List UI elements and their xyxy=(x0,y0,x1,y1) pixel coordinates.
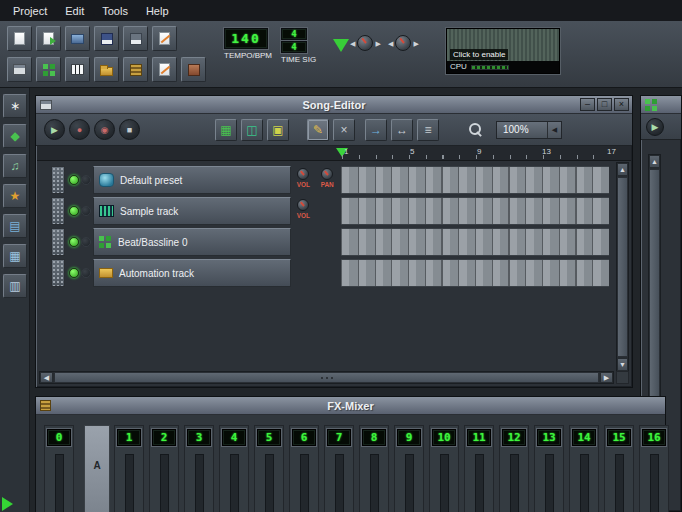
timesig-denominator-display[interactable]: 4 xyxy=(281,41,307,53)
project-properties-button[interactable] xyxy=(152,26,177,51)
scroll-up-button[interactable]: ▲ xyxy=(649,155,660,168)
fader-trough[interactable] xyxy=(195,454,204,512)
sidebar-root-button[interactable]: ▥ xyxy=(3,274,27,298)
fader-trough[interactable] xyxy=(265,454,274,512)
fx-mixer-titlebar[interactable]: FX-Mixer xyxy=(36,397,665,415)
volume-decrease-icon[interactable]: ◀ xyxy=(350,40,355,47)
zoom-combobox[interactable]: 100% ◀ xyxy=(496,121,562,139)
volume-increase-icon[interactable]: ▶ xyxy=(375,40,380,47)
zoom-dropdown-button[interactable]: ◀ xyxy=(547,122,561,138)
fx-channel[interactable]: 8 xyxy=(359,425,389,512)
toggle-fx-mixer-button[interactable] xyxy=(123,57,148,82)
toggle-automation-editor-button[interactable] xyxy=(94,57,119,82)
sidebar-instruments-button[interactable]: ∗ xyxy=(3,94,27,118)
track-name-button[interactable]: Beat/Bassline 0 xyxy=(93,228,291,256)
fader-trough[interactable] xyxy=(405,454,414,512)
output-visualizer[interactable]: Click to enable CPU xyxy=(446,28,560,74)
song-grid-row[interactable] xyxy=(341,166,609,194)
fx-channel[interactable]: 7 xyxy=(324,425,354,512)
master-volume-indicator[interactable] xyxy=(333,39,349,52)
draw-mode-button[interactable]: ✎ xyxy=(307,119,329,141)
save-project-button[interactable] xyxy=(94,26,119,51)
timesig-numerator-display[interactable]: 4 xyxy=(281,28,307,40)
track-grip[interactable] xyxy=(51,259,65,287)
fx-channel[interactable]: 10 xyxy=(429,425,459,512)
sidebar-samples-button[interactable]: ◆ xyxy=(3,124,27,148)
scroll-left-button[interactable]: ◀ xyxy=(40,372,53,383)
fx-channel[interactable]: 5 xyxy=(254,425,284,512)
song-grid-row[interactable] xyxy=(341,197,609,225)
fx-channel[interactable]: 2 xyxy=(149,425,179,512)
song-editor-titlebar[interactable]: Song-Editor – □ × xyxy=(36,96,632,114)
fader-trough[interactable] xyxy=(440,454,449,512)
timeline[interactable]: 1 5 9 13 17 xyxy=(37,146,631,161)
sidebar-computer-button[interactable]: ▦ xyxy=(3,244,27,268)
fx-channel-master[interactable]: 0 xyxy=(44,425,74,512)
track-solo-led[interactable] xyxy=(81,268,91,278)
new-project-button[interactable] xyxy=(7,26,32,51)
background-play-button[interactable]: ▶ xyxy=(646,118,664,136)
add-bb-track-button[interactable]: ▦ xyxy=(215,119,237,141)
fader-trough[interactable] xyxy=(545,454,554,512)
scroll-up-button[interactable]: ▲ xyxy=(617,163,628,176)
scroll-down-button[interactable]: ▼ xyxy=(617,358,628,371)
track-name-button[interactable]: Sample track xyxy=(93,197,291,225)
pitch-increase-icon[interactable]: ▶ xyxy=(413,40,418,47)
menu-project[interactable]: Project xyxy=(4,2,56,20)
record-while-playing-button[interactable]: ◉ xyxy=(94,119,115,140)
fader-trough[interactable] xyxy=(55,454,64,512)
track-grip[interactable] xyxy=(51,228,65,256)
track-mute-led[interactable] xyxy=(69,268,79,278)
open-project-button[interactable] xyxy=(36,26,61,51)
sidebar-favorites-button[interactable]: ★ xyxy=(3,184,27,208)
track-volume-knob[interactable]: VOL xyxy=(292,199,314,220)
track-mute-led[interactable] xyxy=(69,206,79,216)
project-notes-button[interactable] xyxy=(152,57,177,82)
track-pan-knob[interactable]: PAN xyxy=(316,168,338,189)
zoom-levels-button[interactable]: ≡ xyxy=(417,119,439,141)
song-editor-hscrollbar[interactable]: ◀ ▶ xyxy=(39,371,614,384)
recent-projects-button[interactable] xyxy=(65,26,90,51)
edit-mode-button[interactable]: × xyxy=(333,119,355,141)
master-volume-knob[interactable] xyxy=(357,35,373,51)
menu-tools[interactable]: Tools xyxy=(93,2,137,20)
fx-channel[interactable]: 16 xyxy=(639,425,669,512)
menu-edit[interactable]: Edit xyxy=(56,2,93,20)
pitch-decrease-icon[interactable]: ◀ xyxy=(388,40,393,47)
sidebar-home-button[interactable]: ▤ xyxy=(3,214,27,238)
add-automation-track-button[interactable]: ▣ xyxy=(267,119,289,141)
toggle-song-editor-button[interactable] xyxy=(7,57,32,82)
fx-channel[interactable]: 3 xyxy=(184,425,214,512)
controller-rack-button[interactable] xyxy=(181,57,206,82)
fader-trough[interactable] xyxy=(370,454,379,512)
maximize-button[interactable]: □ xyxy=(597,98,612,111)
fx-master-fader[interactable]: A xyxy=(84,425,110,512)
fader-trough[interactable] xyxy=(300,454,309,512)
fx-channel[interactable]: 13 xyxy=(534,425,564,512)
close-button[interactable]: × xyxy=(614,98,629,111)
fader-trough[interactable] xyxy=(230,454,239,512)
add-sample-track-button[interactable]: ◫ xyxy=(241,119,263,141)
fx-channel[interactable]: 4 xyxy=(219,425,249,512)
stop-button[interactable]: ■ xyxy=(119,119,140,140)
tempo-display[interactable]: 140 xyxy=(224,28,268,49)
minimize-button[interactable]: – xyxy=(580,98,595,111)
fader-trough[interactable] xyxy=(475,454,484,512)
hscroll-thumb[interactable] xyxy=(54,372,599,383)
track-solo-led[interactable] xyxy=(81,175,91,185)
fx-channel[interactable]: 11 xyxy=(464,425,494,512)
fader-trough[interactable] xyxy=(615,454,624,512)
export-project-button[interactable] xyxy=(123,26,148,51)
sidebar-presets-button[interactable]: ♫ xyxy=(3,154,27,178)
fader-trough[interactable] xyxy=(650,454,659,512)
scroll-right-button[interactable]: ▶ xyxy=(600,372,613,383)
fx-channel[interactable]: 15 xyxy=(604,425,634,512)
behaviour-button[interactable]: → xyxy=(365,119,387,141)
song-grid-row[interactable] xyxy=(341,228,609,256)
fx-channel[interactable]: 12 xyxy=(499,425,529,512)
song-editor-vscrollbar[interactable]: ▲ ▼ xyxy=(616,162,629,372)
track-solo-led[interactable] xyxy=(81,206,91,216)
toggle-piano-roll-button[interactable] xyxy=(65,57,90,82)
master-pitch-knob[interactable] xyxy=(395,35,411,51)
song-grid-row[interactable] xyxy=(341,259,609,287)
